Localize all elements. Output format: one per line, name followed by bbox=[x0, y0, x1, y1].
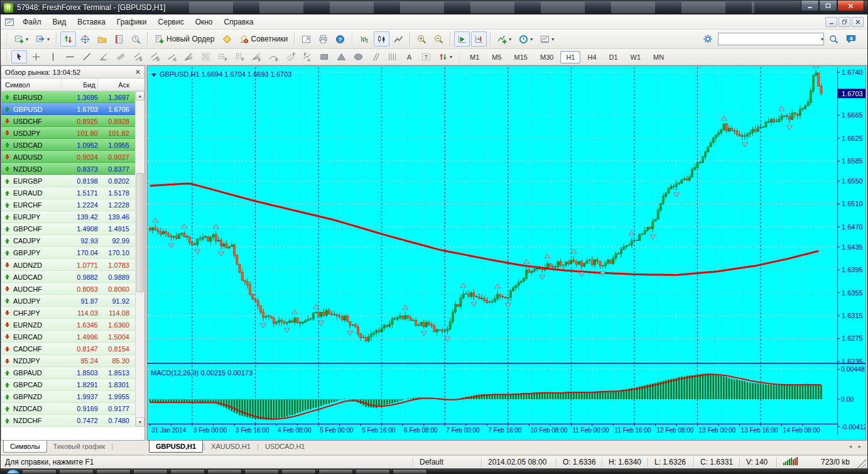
taskbar-button[interactable] bbox=[244, 469, 279, 474]
column-bid[interactable]: Бид bbox=[62, 79, 98, 91]
market-watch-row-gbpjpy[interactable]: GBPJPY170.04170.10 bbox=[1, 247, 136, 259]
cursor-tool-button[interactable] bbox=[11, 50, 27, 63]
taskbar-button[interactable] bbox=[96, 469, 131, 474]
market-watch-row-usdchf[interactable]: USDCHF0.89250.8928 bbox=[1, 115, 136, 127]
market-watch-row-gbpnzd[interactable]: GBPNZD1.99371.9955 bbox=[1, 391, 136, 403]
fibo-expansion-tool-button[interactable]: F bbox=[300, 50, 315, 63]
market-watch-row-gbpcad[interactable]: GBPCAD1.82911.8301 bbox=[1, 379, 136, 391]
gann-fan-tool-button[interactable] bbox=[181, 50, 197, 63]
menu-view[interactable]: Вид bbox=[47, 16, 72, 28]
data-window-button[interactable] bbox=[77, 31, 93, 47]
market-watch-row-chfjpy[interactable]: CHFJPY114.03114.08 bbox=[1, 307, 136, 319]
timeframe-h1-button[interactable]: H1 bbox=[560, 51, 580, 63]
auto-scroll-button[interactable] bbox=[454, 31, 470, 47]
terminal-button[interactable] bbox=[111, 31, 127, 47]
horizontal-line-tool-button[interactable] bbox=[62, 50, 78, 63]
scroll-up-icon[interactable]: ▲ bbox=[136, 91, 144, 101]
fibo-fan-tool-button[interactable]: F bbox=[249, 50, 264, 63]
rectangle-tool-button[interactable] bbox=[317, 50, 332, 63]
metaeditor-button[interactable] bbox=[219, 31, 235, 47]
candlestick-chart-button[interactable] bbox=[374, 31, 389, 47]
parallel-lines-tool-button[interactable] bbox=[367, 50, 383, 63]
windows-taskbar[interactable] bbox=[1, 468, 867, 474]
new-order-button[interactable]: Новый Ордер bbox=[151, 31, 217, 47]
fibo-timezones-tool-button[interactable]: F bbox=[232, 50, 247, 63]
crosshair-tool-button[interactable] bbox=[28, 50, 44, 63]
equidistant-channel-tool-button[interactable]: E bbox=[130, 50, 146, 63]
line-chart-button[interactable] bbox=[391, 31, 406, 47]
status-profile[interactable]: Default bbox=[413, 458, 481, 466]
taskbar-button[interactable] bbox=[170, 469, 205, 474]
toolbar-grip[interactable] bbox=[458, 51, 462, 63]
settings-button[interactable] bbox=[700, 31, 716, 47]
market-watch-row-eurchf[interactable]: EURCHF1.22241.2228 bbox=[1, 199, 136, 211]
minimize-button[interactable] bbox=[801, 1, 819, 11]
gann-grid-tool-button[interactable] bbox=[198, 50, 214, 63]
text-tool-button[interactable]: A bbox=[401, 50, 417, 63]
navigator-button[interactable] bbox=[94, 31, 110, 47]
dropdown-caret-icon[interactable]: ▾ bbox=[47, 36, 50, 42]
panel-close-icon[interactable] bbox=[135, 69, 141, 76]
new-chart-button[interactable]: ▾ bbox=[11, 31, 31, 47]
market-watch-tab-0[interactable]: Символы bbox=[3, 441, 47, 453]
strategy-tester-button[interactable] bbox=[128, 31, 144, 47]
menu-service[interactable]: Сервис bbox=[153, 16, 190, 28]
tab-scroll-arrows[interactable]: ◂ ▸ bbox=[849, 441, 864, 449]
fibo-retracement-tool-button[interactable]: F bbox=[215, 50, 231, 63]
maximize-button[interactable] bbox=[819, 1, 837, 11]
mdi-close-button[interactable] bbox=[852, 17, 864, 27]
close-button[interactable] bbox=[837, 1, 864, 11]
gbpusd-h1-chart[interactable]: 1.67401.66651.66251.65851.65501.65101.64… bbox=[148, 66, 865, 443]
zoom-in-button[interactable] bbox=[414, 31, 430, 47]
title-bar[interactable]: ff 57948: FreshForex Terminal - [GBPUSD,… bbox=[1, 1, 867, 14]
stddev-channel-tool-button[interactable]: D bbox=[147, 50, 163, 63]
timeframe-m30-button[interactable]: M30 bbox=[534, 51, 559, 63]
market-watch-row-nzdcad[interactable]: NZDCAD0.91690.9177 bbox=[1, 403, 136, 415]
market-watch-row-gbpaud[interactable]: GBPAUD1.85031.8513 bbox=[1, 367, 136, 379]
market-watch-row-audcad[interactable]: AUDCAD0.98820.9889 bbox=[1, 271, 136, 283]
dropdown-caret-icon[interactable]: ▾ bbox=[551, 36, 554, 42]
market-watch-row-audchf[interactable]: AUDCHF0.80530.8060 bbox=[1, 283, 136, 295]
market-watch-row-audnzd[interactable]: AUDNZD1.07711.0783 bbox=[1, 259, 136, 271]
market-watch-row-gbpchf[interactable]: GBPCHF1.49081.4915 bbox=[1, 223, 136, 235]
search-input[interactable] bbox=[719, 34, 819, 44]
toolbar-grip[interactable] bbox=[5, 33, 9, 45]
mdi-minimize-button[interactable] bbox=[825, 17, 837, 27]
search-button[interactable] bbox=[826, 31, 842, 47]
market-watch-row-nzdjpy[interactable]: NZDJPY85.2485.30 bbox=[1, 355, 136, 367]
toolbar-grip[interactable] bbox=[5, 51, 9, 63]
market-watch-row-eurcad[interactable]: EURCAD1.49961.5004 bbox=[1, 331, 136, 343]
market-watch-row-gbpusd[interactable]: GBPUSD1.67031.6706 bbox=[1, 103, 136, 115]
search-dropdown-caret-icon[interactable]: ▾ bbox=[821, 36, 823, 42]
vertical-line-tool-button[interactable] bbox=[45, 50, 61, 63]
market-watch-button[interactable] bbox=[60, 31, 76, 47]
timeframe-w1-button[interactable]: W1 bbox=[625, 51, 647, 63]
fullscreen-button[interactable] bbox=[298, 31, 314, 47]
fibo-channel-tool-button[interactable]: F bbox=[283, 50, 298, 63]
market-watch-row-nzdchf[interactable]: NZDCHF0.74720.7480 bbox=[1, 415, 136, 427]
market-watch-row-eurgbp[interactable]: EURGBP0.81980.8202 bbox=[1, 175, 136, 187]
market-watch-row-cadjpy[interactable]: CADJPY92.9392.99 bbox=[1, 235, 136, 247]
market-watch-row-cadchf[interactable]: CADCHF0.81470.8154 bbox=[1, 343, 136, 355]
zoom-out-button[interactable] bbox=[431, 31, 447, 47]
periods-button[interactable]: ▾ bbox=[516, 31, 536, 47]
chart-tab-usdcadh1[interactable]: USDCAD,H1 bbox=[259, 441, 312, 453]
taskbar-button[interactable] bbox=[133, 469, 168, 474]
chart-tab-gbpusdh1[interactable]: GBPUSD,H1 bbox=[149, 441, 203, 453]
gann-line-tool-button[interactable]: G bbox=[164, 50, 180, 63]
market-watch-row-audjpy[interactable]: AUDJPY91.8791.92 bbox=[1, 295, 136, 307]
cycle-lines-tool-button[interactable] bbox=[384, 50, 400, 63]
timeframe-m1-button[interactable]: M1 bbox=[464, 51, 485, 63]
arrows-tool-button[interactable]: ▾ bbox=[435, 50, 455, 63]
notifications-button[interactable]: 4 bbox=[843, 31, 859, 47]
dropdown-caret-icon[interactable]: ▾ bbox=[26, 36, 28, 42]
resize-grip[interactable] bbox=[856, 458, 866, 468]
indicators-button[interactable]: ▾ bbox=[494, 31, 514, 47]
market-watch-row-usdcad[interactable]: USDCAD1.09521.0955 bbox=[1, 139, 136, 151]
menu-charts[interactable]: Графики bbox=[111, 16, 153, 28]
chart-shift-button[interactable] bbox=[471, 31, 487, 47]
print-button[interactable] bbox=[315, 31, 331, 47]
text-label-tool-button[interactable]: T bbox=[418, 50, 434, 63]
menu-help[interactable]: Справка bbox=[219, 16, 259, 28]
market-watch-row-nzdusd[interactable]: NZDUSD0.83730.8377 bbox=[1, 163, 136, 175]
